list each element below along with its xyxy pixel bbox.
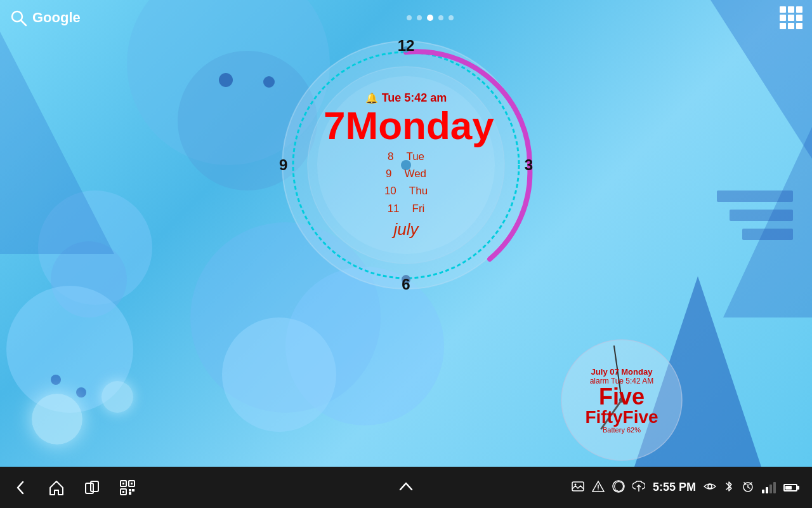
secondary-clock-widget[interactable]: July 07 Monday alarm Tue 5:42 AM Five Fi… bbox=[558, 337, 685, 464]
grid-cell bbox=[788, 6, 794, 13]
tri-left bbox=[0, 32, 114, 254]
grid-cell bbox=[788, 15, 794, 21]
qr-icon bbox=[119, 479, 136, 496]
clock-day-display: 7Monday bbox=[324, 106, 488, 145]
day-row-thu: 10 Thu bbox=[324, 182, 488, 199]
clock-num-6: 6 bbox=[402, 276, 410, 293]
sec-date-text: July 07 Monday bbox=[571, 367, 672, 377]
recent-apps-icon bbox=[84, 479, 100, 496]
clock-day-number: 7 bbox=[324, 104, 345, 147]
svg-rect-24 bbox=[572, 482, 584, 491]
secondary-clock-content: July 07 Monday alarm Tue 5:42 AM Five Fi… bbox=[571, 367, 672, 434]
up-arrow-icon bbox=[398, 478, 414, 495]
eye-icon bbox=[704, 480, 716, 495]
signal-bars bbox=[762, 482, 776, 493]
deco-dot-4 bbox=[76, 387, 86, 398]
svg-rect-23 bbox=[129, 492, 131, 495]
chat-icon bbox=[612, 480, 625, 493]
nav-buttons-left bbox=[13, 479, 136, 496]
day-row-fri: 11 Fri bbox=[324, 199, 488, 217]
signal-bar-1 bbox=[762, 490, 764, 493]
deco-dot-1 bbox=[219, 73, 233, 87]
day-row-wed: 9 Wed bbox=[324, 165, 488, 182]
glow-circle-1 bbox=[32, 394, 82, 444]
svg-line-1 bbox=[21, 20, 26, 25]
clock-num-9: 9 bbox=[279, 156, 287, 174]
page-indicators bbox=[407, 15, 454, 21]
sec-battery-text: Battery 62% bbox=[571, 426, 672, 434]
main-clock-widget[interactable]: 12 3 6 9 🔔 Tue 5:42 am 7Monday 8 Tue 9 W… bbox=[273, 32, 539, 298]
svg-rect-18 bbox=[122, 483, 124, 485]
signal-bar-3 bbox=[769, 485, 772, 493]
google-label: Google bbox=[32, 10, 81, 26]
day-num-9: 9 bbox=[386, 165, 391, 182]
grid-cell bbox=[780, 6, 786, 13]
grid-cell bbox=[796, 23, 802, 29]
sec-hour-text: Five bbox=[571, 385, 672, 408]
signal-bar-4 bbox=[773, 482, 776, 493]
alarm-clock-icon bbox=[742, 480, 754, 493]
page-dot-1[interactable] bbox=[407, 15, 412, 20]
glow-circle-2 bbox=[102, 381, 133, 413]
page-dot-2[interactable] bbox=[417, 15, 422, 20]
sec-minute-text: FiftyFive bbox=[571, 408, 672, 426]
battery-fill bbox=[785, 486, 792, 490]
svg-rect-19 bbox=[131, 483, 133, 485]
clock-face: 12 3 6 9 🔔 Tue 5:42 am 7Monday 8 Tue 9 W… bbox=[273, 32, 539, 298]
visibility-icon bbox=[704, 480, 716, 493]
day-name-wed: Wed bbox=[404, 165, 426, 182]
clock-num-12: 12 bbox=[398, 37, 415, 55]
page-dot-3[interactable] bbox=[427, 15, 433, 21]
deco-cloud-3 bbox=[222, 318, 336, 432]
bottom-nav-bar: 5:55 PM bbox=[0, 467, 812, 508]
status-icons-right: 5:55 PM bbox=[572, 480, 799, 495]
recent-apps-button[interactable] bbox=[84, 479, 100, 496]
apps-grid-button[interactable] bbox=[780, 6, 802, 29]
grid-cell bbox=[780, 23, 786, 29]
day-num-8: 8 bbox=[388, 148, 393, 165]
clock-center-content: 🔔 Tue 5:42 am 7Monday 8 Tue 9 Wed 10 Thu bbox=[324, 91, 488, 239]
back-button[interactable] bbox=[13, 479, 29, 496]
battery-tip bbox=[797, 486, 799, 490]
day-num-10: 10 bbox=[384, 182, 396, 199]
grid-cell bbox=[796, 6, 802, 13]
svg-rect-20 bbox=[122, 491, 124, 493]
clock-alarm-line: 🔔 Tue 5:42 am bbox=[324, 91, 488, 105]
page-dot-5[interactable] bbox=[449, 15, 454, 20]
google-search-bar[interactable]: Google bbox=[10, 9, 81, 27]
battery-body bbox=[783, 484, 797, 491]
search-icon bbox=[10, 9, 27, 27]
bluetooth-icon bbox=[724, 480, 734, 495]
tri-mid-right bbox=[723, 127, 812, 318]
rect-1 bbox=[717, 190, 793, 202]
nav-center-button[interactable] bbox=[398, 478, 414, 497]
cloud-upload-icon bbox=[632, 480, 645, 493]
status-time: 5:55 PM bbox=[653, 481, 696, 494]
image-icon bbox=[572, 480, 584, 493]
alarm-status-icon bbox=[742, 480, 754, 495]
day-num-11: 11 bbox=[388, 199, 400, 217]
clock-month: july bbox=[324, 219, 488, 239]
deco-dot-3 bbox=[51, 375, 61, 385]
day-name-thu: Thu bbox=[409, 182, 428, 199]
svg-line-34 bbox=[748, 487, 750, 488]
screenshot-button[interactable] bbox=[119, 479, 136, 496]
grid-cell bbox=[788, 23, 794, 29]
warning-icon bbox=[592, 480, 605, 495]
clock-num-3: 3 bbox=[525, 156, 533, 174]
home-button[interactable] bbox=[48, 479, 65, 496]
whatsapp-icon bbox=[612, 480, 625, 495]
alarm-bell-icon: 🔔 bbox=[365, 92, 378, 104]
back-icon bbox=[13, 479, 29, 496]
top-bar: Google bbox=[0, 0, 812, 35]
svg-rect-22 bbox=[132, 489, 134, 491]
upload-icon bbox=[632, 480, 645, 495]
svg-point-28 bbox=[598, 489, 599, 490]
clock-days-list: 8 Tue 9 Wed 10 Thu 11 Fri bbox=[324, 148, 488, 217]
page-dot-4[interactable] bbox=[438, 15, 443, 20]
svg-rect-14 bbox=[91, 481, 98, 491]
battery-icon bbox=[783, 484, 799, 491]
secondary-clock-face: July 07 Monday alarm Tue 5:42 AM Five Fi… bbox=[558, 337, 685, 464]
day-row-tue: 8 Tue bbox=[324, 148, 488, 165]
gallery-icon bbox=[572, 480, 584, 495]
